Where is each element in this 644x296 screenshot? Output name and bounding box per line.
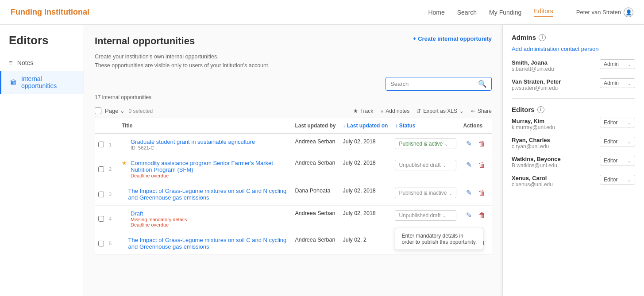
delete-button[interactable]: 🗑 <box>476 139 488 149</box>
sidebar-heading: Editors <box>0 34 84 54</box>
status-dropdown[interactable]: Unpublished draft ⌄ <box>395 210 456 221</box>
missing-detail-warning: Missing mandatory details <box>131 217 187 222</box>
admin-email: p.vstraten@uni.edu <box>512 85 561 91</box>
admin-row: Van Straten, Peter p.vstraten@uni.edu Ad… <box>512 78 635 91</box>
row-updated-on: July 02, 2018 <box>339 134 391 155</box>
col-status[interactable]: ↓ Status <box>391 118 459 134</box>
admin-people-list: Smith, Joana s.barrett@uni.edu Admin ⌄ V… <box>512 59 635 91</box>
nav-search[interactable]: Search <box>457 9 477 16</box>
status-dropdown[interactable]: Unpublished draft ⌄ <box>395 160 456 170</box>
row-checkbox[interactable] <box>98 241 104 246</box>
page-header: Internal opportunities + Create internal… <box>95 35 492 47</box>
nav-my-funding[interactable]: My Funding <box>489 9 521 16</box>
admins-section-title: Admins i <box>512 34 635 41</box>
brand-logo: Funding Institutional <box>11 8 89 17</box>
edit-button[interactable]: ✎ <box>463 188 474 198</box>
nav-links: Home Search My Funding Editors Peter van… <box>428 8 633 17</box>
nav-editors[interactable]: Editors <box>534 8 553 17</box>
editor-row: Ryan, Charles c.ryan@uni.edu Editor ⌄ <box>512 137 635 150</box>
status-dropdown[interactable]: Published & inactive ⌄ <box>395 188 456 198</box>
opp-title-link[interactable]: Commodity assistance program Senior Farm… <box>131 160 288 173</box>
row-updated-on: July 02, 2018 <box>339 206 391 232</box>
search-input[interactable] <box>390 81 478 87</box>
edit-button[interactable]: ✎ <box>463 160 474 170</box>
opp-id: ID: 5621-C <box>131 145 255 150</box>
col-check <box>95 118 118 134</box>
table-row: 2 ★ Commodity assistance program Senior … <box>95 155 492 183</box>
editors-section-title: Editors i <box>512 106 635 113</box>
row-number: 5 <box>106 241 115 246</box>
delete-button[interactable]: 🗑 <box>476 211 488 220</box>
editor-info: Watkins, Beyonce B.watkins@uni.edu <box>512 156 561 169</box>
editor-role-select[interactable]: Editor ⌄ <box>600 137 635 146</box>
add-notes-icon: ≡ <box>380 108 383 114</box>
add-admin-link[interactable]: Add administration contact person <box>512 46 635 52</box>
row-check-cell: 2 <box>95 155 118 183</box>
row-check-cell: 3 <box>95 183 118 206</box>
search-icon-button[interactable]: 🔍 <box>478 80 487 88</box>
opp-title-link[interactable]: The Impact of Grass-Legume mixtures on s… <box>128 188 288 201</box>
role-label: Admin <box>604 80 619 86</box>
row-status-cell: Unpublished draft ⌄ <box>391 155 459 183</box>
page-selector[interactable]: Page ⌄ <box>105 108 125 114</box>
status-dropdown[interactable]: Published & active ⌄ <box>395 138 456 149</box>
editor-role-select[interactable]: Editor ⌄ <box>600 118 635 127</box>
opp-title-link[interactable]: Draft <box>131 210 187 217</box>
editor-info: Xenus, Carol c.xenus@uni.edu <box>512 175 553 188</box>
share-button[interactable]: ⇠ Share <box>471 108 492 114</box>
admins-info-icon[interactable]: i <box>539 34 546 41</box>
select-all-checkbox[interactable] <box>95 108 101 114</box>
row-title-cell: ★ Commodity assistance program Senior Fa… <box>118 155 291 183</box>
opp-title-link[interactable]: The Impact of Grass-Legume mixtures on s… <box>128 237 288 250</box>
row-checkbox[interactable] <box>98 142 104 147</box>
deadline-overdue-warning: Deadline overdue <box>131 173 288 178</box>
export-button[interactable]: ⇵ Export as XLS ⌄ <box>416 108 464 114</box>
row-checkbox[interactable] <box>98 192 104 197</box>
row-number: 1 <box>106 142 115 147</box>
row-check-cell: 4 <box>95 206 118 232</box>
table-toolbar: Page ⌄ 0 selected ★ Track ≡ Add notes ⇵ … <box>95 104 492 118</box>
col-updated-on[interactable]: ↓ Last updated on <box>339 118 391 134</box>
main-content: Internal opportunities + Create internal… <box>84 25 502 296</box>
row-checkbox[interactable] <box>98 216 104 222</box>
editor-role-label: Editor <box>604 119 617 126</box>
admin-info: Van Straten, Peter p.vstraten@uni.edu <box>512 78 561 91</box>
admin-info: Smith, Joana s.barrett@uni.edu <box>512 59 554 72</box>
opportunities-table: Title Last updated by ↓ Last updated on … <box>95 118 492 255</box>
create-opportunity-button[interactable]: + Create internal opportunity <box>413 35 492 42</box>
row-number: 3 <box>106 192 115 197</box>
record-count: 17 internal opportunities <box>95 94 492 100</box>
nav-home[interactable]: Home <box>428 9 444 16</box>
chevron-down-icon: ⌄ <box>628 139 631 144</box>
add-notes-button[interactable]: ≡ Add notes <box>380 108 409 114</box>
edit-button[interactable]: ✎ <box>463 138 474 149</box>
sidebar-item-internal-opps[interactable]: 🏛 Internal opportunities <box>0 71 84 94</box>
star-icon[interactable]: ★ <box>122 160 127 166</box>
editor-role-select[interactable]: Editor ⌄ <box>600 175 635 185</box>
main-layout: Editors ≡ Notes 🏛 Internal opportunities… <box>0 25 644 296</box>
delete-button[interactable]: 🗑 <box>476 188 488 198</box>
top-nav: Funding Institutional Home Search My Fun… <box>0 0 644 25</box>
edit-button[interactable]: ✎ <box>463 210 474 220</box>
col-updated-by: Last updated by <box>291 118 339 134</box>
delete-button[interactable]: 🗑 <box>476 160 488 170</box>
track-button[interactable]: ★ Track <box>353 108 374 114</box>
editor-role-label: Editor <box>604 138 617 145</box>
row-check-cell: 5 <box>95 232 118 255</box>
editors-info-icon[interactable]: i <box>537 106 544 113</box>
opp-title-link[interactable]: Graduate student grant in sustainable ag… <box>131 138 255 145</box>
sidebar-label-internal-opps: Internal opportunities <box>21 75 75 89</box>
editor-people-list: Murray, Kim k.murray@uni.edu Editor ⌄ Ry… <box>512 118 635 188</box>
role-select[interactable]: Admin ⌄ <box>600 78 635 88</box>
user-name: Peter van Straten <box>576 9 621 15</box>
role-select[interactable]: Admin ⌄ <box>600 59 635 69</box>
user-avatar[interactable]: 👤 <box>624 8 633 17</box>
row-checkbox[interactable] <box>98 166 104 172</box>
sidebar-item-notes[interactable]: ≡ Notes <box>0 54 84 71</box>
role-label: Admin <box>604 61 619 67</box>
panel-divider <box>512 98 635 99</box>
editor-row: Watkins, Beyonce B.watkins@uni.edu Edito… <box>512 156 635 169</box>
editor-role-select[interactable]: Editor ⌄ <box>600 156 635 165</box>
table-row: 3 The Impact of Grass-Legume mixtures on… <box>95 183 492 206</box>
row-updated-by: Dana Pohoata <box>291 183 339 206</box>
